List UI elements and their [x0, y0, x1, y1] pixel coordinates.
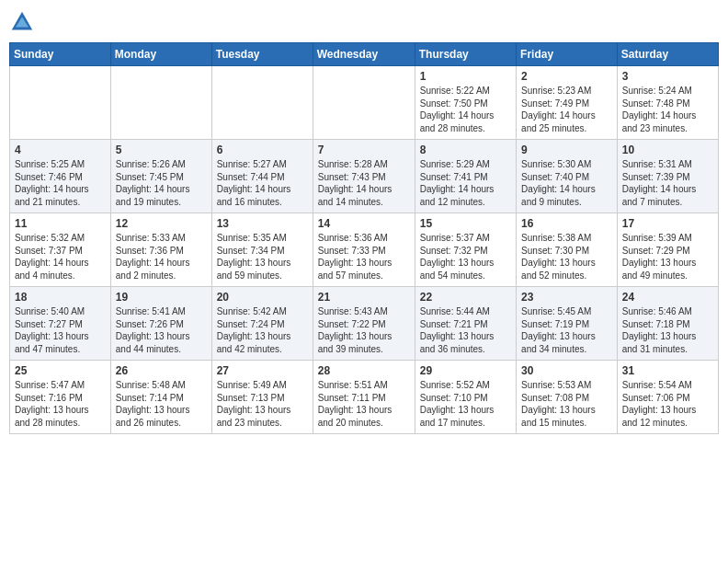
day-number: 20: [217, 291, 308, 304]
calendar-cell: 23Sunrise: 5:45 AMSunset: 7:19 PMDayligh…: [517, 287, 618, 361]
week-row-5: 25Sunrise: 5:47 AMSunset: 7:16 PMDayligh…: [10, 361, 719, 434]
day-number: 30: [521, 364, 612, 377]
calendar-cell: 3Sunrise: 5:24 AMSunset: 7:48 PMDaylight…: [617, 66, 718, 140]
day-info: Sunrise: 5:27 AMSunset: 7:44 PMDaylight:…: [217, 158, 308, 208]
day-number: 25: [15, 364, 106, 377]
calendar-table: SundayMondayTuesdayWednesdayThursdayFrid…: [9, 42, 719, 434]
day-number: 31: [622, 364, 713, 377]
day-info: Sunrise: 5:37 AMSunset: 7:32 PMDaylight:…: [420, 232, 511, 282]
day-info: Sunrise: 5:29 AMSunset: 7:41 PMDaylight:…: [420, 158, 511, 208]
day-number: 29: [420, 364, 511, 377]
day-number: 16: [521, 217, 612, 230]
calendar-cell: 12Sunrise: 5:33 AMSunset: 7:36 PMDayligh…: [110, 213, 211, 287]
day-number: 1: [420, 70, 511, 83]
day-info: Sunrise: 5:39 AMSunset: 7:29 PMDaylight:…: [622, 232, 713, 282]
week-row-1: 1Sunrise: 5:22 AMSunset: 7:50 PMDaylight…: [10, 66, 719, 140]
day-number: 28: [318, 364, 410, 377]
day-info: Sunrise: 5:52 AMSunset: 7:10 PMDaylight:…: [420, 379, 511, 429]
day-number: 6: [217, 144, 308, 156]
day-info: Sunrise: 5:53 AMSunset: 7:08 PMDaylight:…: [521, 379, 612, 429]
calendar-cell: 19Sunrise: 5:41 AMSunset: 7:26 PMDayligh…: [110, 287, 211, 361]
calendar-cell: 21Sunrise: 5:43 AMSunset: 7:22 PMDayligh…: [313, 287, 415, 361]
calendar-cell: 7Sunrise: 5:28 AMSunset: 7:43 PMDaylight…: [313, 140, 415, 213]
calendar-cell: 18Sunrise: 5:40 AMSunset: 7:27 PMDayligh…: [10, 287, 111, 361]
calendar-cell: 16Sunrise: 5:38 AMSunset: 7:30 PMDayligh…: [517, 213, 618, 287]
day-header-tuesday: Tuesday: [211, 43, 313, 66]
day-info: Sunrise: 5:49 AMSunset: 7:13 PMDaylight:…: [217, 379, 308, 429]
day-header-sunday: Sunday: [10, 43, 111, 66]
day-info: Sunrise: 5:31 AMSunset: 7:39 PMDaylight:…: [622, 158, 713, 208]
week-row-4: 18Sunrise: 5:40 AMSunset: 7:27 PMDayligh…: [10, 287, 719, 361]
calendar-cell: 13Sunrise: 5:35 AMSunset: 7:34 PMDayligh…: [211, 213, 313, 287]
day-number: 13: [217, 217, 308, 230]
calendar-cell: 10Sunrise: 5:31 AMSunset: 7:39 PMDayligh…: [617, 140, 718, 213]
day-info: Sunrise: 5:24 AMSunset: 7:48 PMDaylight:…: [622, 85, 713, 134]
calendar-cell: 6Sunrise: 5:27 AMSunset: 7:44 PMDaylight…: [211, 140, 313, 213]
day-info: Sunrise: 5:43 AMSunset: 7:22 PMDaylight:…: [318, 305, 410, 355]
calendar-cell: 24Sunrise: 5:46 AMSunset: 7:18 PMDayligh…: [617, 287, 718, 361]
day-number: 7: [318, 144, 410, 156]
calendar-cell: 26Sunrise: 5:48 AMSunset: 7:14 PMDayligh…: [110, 361, 211, 434]
day-header-friday: Friday: [517, 43, 618, 66]
calendar-cell: 25Sunrise: 5:47 AMSunset: 7:16 PMDayligh…: [10, 361, 111, 434]
calendar-cell: 29Sunrise: 5:52 AMSunset: 7:10 PMDayligh…: [415, 361, 516, 434]
calendar-cell: 17Sunrise: 5:39 AMSunset: 7:29 PMDayligh…: [617, 213, 718, 287]
week-row-2: 4Sunrise: 5:25 AMSunset: 7:46 PMDaylight…: [10, 140, 719, 213]
days-header-row: SundayMondayTuesdayWednesdayThursdayFrid…: [10, 43, 719, 66]
day-info: Sunrise: 5:28 AMSunset: 7:43 PMDaylight:…: [318, 158, 410, 208]
day-header-thursday: Thursday: [415, 43, 516, 66]
day-header-monday: Monday: [110, 43, 211, 66]
day-number: 23: [521, 291, 612, 304]
calendar-cell: 4Sunrise: 5:25 AMSunset: 7:46 PMDaylight…: [10, 140, 111, 213]
day-number: 24: [622, 291, 713, 304]
week-row-3: 11Sunrise: 5:32 AMSunset: 7:37 PMDayligh…: [10, 213, 719, 287]
day-info: Sunrise: 5:36 AMSunset: 7:33 PMDaylight:…: [318, 232, 410, 282]
day-info: Sunrise: 5:35 AMSunset: 7:34 PMDaylight:…: [217, 232, 308, 282]
day-header-saturday: Saturday: [617, 43, 718, 66]
calendar-cell: 8Sunrise: 5:29 AMSunset: 7:41 PMDaylight…: [415, 140, 516, 213]
day-info: Sunrise: 5:38 AMSunset: 7:30 PMDaylight:…: [521, 232, 612, 282]
day-info: Sunrise: 5:45 AMSunset: 7:19 PMDaylight:…: [521, 305, 612, 355]
day-header-wednesday: Wednesday: [313, 43, 415, 66]
day-info: Sunrise: 5:25 AMSunset: 7:46 PMDaylight:…: [15, 158, 106, 208]
calendar-cell: 20Sunrise: 5:42 AMSunset: 7:24 PMDayligh…: [211, 287, 313, 361]
day-info: Sunrise: 5:51 AMSunset: 7:11 PMDaylight:…: [318, 379, 410, 429]
calendar-cell: 22Sunrise: 5:44 AMSunset: 7:21 PMDayligh…: [415, 287, 516, 361]
calendar-cell: 2Sunrise: 5:23 AMSunset: 7:49 PMDaylight…: [517, 66, 618, 140]
day-info: Sunrise: 5:48 AMSunset: 7:14 PMDaylight:…: [116, 379, 207, 429]
calendar-cell: [110, 66, 211, 140]
day-number: 3: [622, 70, 713, 83]
day-number: 26: [116, 364, 207, 377]
logo-icon: [9, 9, 35, 35]
day-info: Sunrise: 5:32 AMSunset: 7:37 PMDaylight:…: [15, 232, 106, 282]
calendar-cell: [211, 66, 313, 140]
calendar-cell: 9Sunrise: 5:30 AMSunset: 7:40 PMDaylight…: [517, 140, 618, 213]
day-number: 21: [318, 291, 410, 304]
day-number: 22: [420, 291, 511, 304]
calendar-cell: 28Sunrise: 5:51 AMSunset: 7:11 PMDayligh…: [313, 361, 415, 434]
calendar-cell: 27Sunrise: 5:49 AMSunset: 7:13 PMDayligh…: [211, 361, 313, 434]
day-number: 14: [318, 217, 410, 230]
day-number: 17: [622, 217, 713, 230]
day-info: Sunrise: 5:40 AMSunset: 7:27 PMDaylight:…: [15, 305, 106, 355]
day-number: 27: [217, 364, 308, 377]
day-info: Sunrise: 5:47 AMSunset: 7:16 PMDaylight:…: [15, 379, 106, 429]
day-info: Sunrise: 5:26 AMSunset: 7:45 PMDaylight:…: [116, 158, 207, 208]
calendar-cell: 1Sunrise: 5:22 AMSunset: 7:50 PMDaylight…: [415, 66, 516, 140]
day-number: 10: [622, 144, 713, 156]
calendar-cell: 11Sunrise: 5:32 AMSunset: 7:37 PMDayligh…: [10, 213, 111, 287]
day-info: Sunrise: 5:42 AMSunset: 7:24 PMDaylight:…: [217, 305, 308, 355]
day-number: 9: [521, 144, 612, 156]
calendar-cell: 31Sunrise: 5:54 AMSunset: 7:06 PMDayligh…: [617, 361, 718, 434]
day-number: 2: [521, 70, 612, 83]
calendar-cell: 14Sunrise: 5:36 AMSunset: 7:33 PMDayligh…: [313, 213, 415, 287]
day-info: Sunrise: 5:30 AMSunset: 7:40 PMDaylight:…: [521, 158, 612, 208]
day-info: Sunrise: 5:54 AMSunset: 7:06 PMDaylight:…: [622, 379, 713, 429]
day-info: Sunrise: 5:44 AMSunset: 7:21 PMDaylight:…: [420, 305, 511, 355]
day-info: Sunrise: 5:22 AMSunset: 7:50 PMDaylight:…: [420, 85, 511, 134]
day-number: 4: [15, 144, 106, 156]
calendar-cell: 15Sunrise: 5:37 AMSunset: 7:32 PMDayligh…: [415, 213, 516, 287]
logo: [9, 9, 39, 35]
day-number: 12: [116, 217, 207, 230]
day-info: Sunrise: 5:23 AMSunset: 7:49 PMDaylight:…: [521, 85, 612, 134]
